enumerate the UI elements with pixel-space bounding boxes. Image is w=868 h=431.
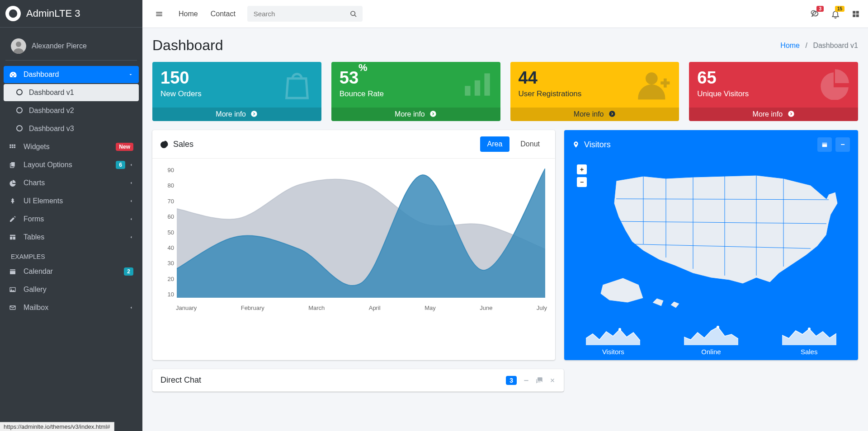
tab-area[interactable]: Area: [480, 136, 510, 152]
nav-layout[interactable]: Layout Options 6: [4, 156, 139, 173]
chevron-down-icon: [128, 72, 133, 77]
calendar-icon: [9, 268, 19, 275]
bell-button[interactable]: 15: [831, 9, 840, 19]
collapse-button[interactable]: [523, 377, 529, 384]
small-box-orders: 150 New Orders More info: [152, 62, 321, 121]
svg-rect-26: [474, 80, 480, 96]
nav-label: UI Elements: [24, 197, 63, 205]
circle-icon: [14, 89, 24, 97]
more-info-link[interactable]: More info: [331, 108, 500, 121]
grid-button[interactable]: [852, 10, 860, 18]
sidebar: AdminLTE 3 Alexander Pierce Dashboard: [0, 0, 142, 431]
calendar-button[interactable]: [817, 137, 832, 152]
arrow-circle-icon: [250, 110, 258, 118]
arrow-circle-icon: [429, 110, 437, 118]
nav-label: Tables: [24, 233, 44, 241]
nav-tables[interactable]: Tables: [4, 229, 139, 246]
circle-icon: [14, 125, 24, 133]
nav-label: Mailbox: [24, 304, 48, 312]
collapse-button[interactable]: −: [835, 137, 850, 152]
svg-rect-6: [12, 145, 13, 146]
nav-mailbox[interactable]: Mailbox: [4, 299, 139, 316]
chevron-left-icon: [129, 217, 133, 221]
tachometer-icon: [9, 70, 19, 79]
svg-point-29: [646, 72, 658, 84]
brand-link[interactable]: AdminLTE 3: [0, 0, 142, 28]
tree-icon: [9, 197, 19, 205]
pie-chart-icon: [9, 179, 19, 187]
status-bar-url: https://adminlte.io/themes/v3/index.html…: [0, 422, 114, 431]
visitors-card: Visitors − + −: [564, 130, 858, 360]
search-wrap: [247, 6, 363, 22]
svg-point-33: [618, 328, 621, 331]
svg-rect-25: [465, 86, 470, 96]
user-name[interactable]: Alexander Pierce: [32, 42, 87, 50]
chevron-left-icon: [129, 305, 133, 310]
badge-new: New: [116, 143, 133, 151]
small-box-reg: 44 User Registrations More info: [510, 62, 679, 121]
breadcrumb-sep: /: [805, 42, 807, 49]
breadcrumb-current: Dashboard v1: [813, 42, 858, 49]
spark-label: Online: [684, 348, 738, 356]
page-title: Dashboard: [152, 37, 223, 54]
svg-point-30: [609, 111, 615, 117]
svg-rect-20: [853, 11, 855, 14]
card-title-text: Direct Chat: [160, 375, 201, 385]
comments-button[interactable]: 3: [810, 9, 819, 19]
image-icon: [9, 286, 19, 293]
svg-rect-22: [853, 14, 855, 17]
badge-count: 6: [116, 161, 125, 169]
nav-label: Dashboard v1: [29, 89, 74, 97]
menu-toggle-icon[interactable]: [151, 7, 168, 21]
sparklines-row: Visitors Online Sales: [564, 316, 858, 360]
search-icon[interactable]: [350, 10, 357, 18]
nav-label: Charts: [24, 179, 45, 187]
nav-label: Layout Options: [24, 161, 72, 169]
breadcrumb-home[interactable]: Home: [780, 42, 800, 49]
bar-chart-icon: [461, 66, 494, 100]
search-input[interactable]: [247, 6, 363, 22]
zoom-in-button[interactable]: +: [577, 164, 587, 174]
nav-dashboard-v3[interactable]: Dashboard v3: [4, 120, 139, 137]
nav-calendar[interactable]: Calendar 2: [4, 263, 139, 280]
svg-rect-21: [856, 11, 859, 14]
svg-rect-27: [484, 73, 490, 95]
usa-map[interactable]: [572, 163, 850, 316]
chevron-left-icon: [129, 199, 133, 203]
edit-icon: [9, 216, 19, 223]
comments-icon[interactable]: [536, 377, 543, 384]
nav-charts[interactable]: Charts: [4, 174, 139, 192]
circle-icon: [14, 107, 24, 115]
spark-online: Online: [684, 323, 738, 356]
topnav-home[interactable]: Home: [179, 10, 198, 18]
more-info-link[interactable]: More info: [152, 108, 321, 121]
more-info-link[interactable]: More info: [510, 108, 679, 121]
nav-ui[interactable]: UI Elements: [4, 192, 139, 210]
main: Home Contact 3 15: [142, 0, 868, 431]
more-info-link[interactable]: More info: [689, 108, 858, 121]
tab-donut[interactable]: Donut: [513, 136, 547, 152]
topnav-contact[interactable]: Contact: [211, 10, 236, 18]
nav-dashboard[interactable]: Dashboard: [4, 66, 139, 83]
nav-forms[interactable]: Forms: [4, 211, 139, 228]
nav-widgets[interactable]: Widgets New: [4, 138, 139, 155]
comments-badge: 3: [816, 6, 824, 12]
svg-point-24: [251, 111, 257, 117]
nav-label: Dashboard v3: [29, 125, 74, 133]
envelope-icon: [9, 304, 19, 311]
nav: Dashboard Dashboard v1 Dashboard v2 Dash…: [0, 66, 142, 317]
table-icon: [9, 234, 19, 241]
close-button[interactable]: [549, 377, 556, 384]
chevron-left-icon: [129, 235, 133, 239]
nav-label: Dashboard v2: [29, 107, 74, 115]
nav-dashboard-v2[interactable]: Dashboard v2: [4, 102, 139, 119]
nav-gallery[interactable]: Gallery: [4, 281, 139, 298]
bell-badge: 15: [835, 6, 844, 12]
user-avatar[interactable]: [11, 38, 26, 54]
spark-label: Sales: [782, 348, 836, 356]
th-icon: [9, 143, 19, 150]
nav-label: Calendar: [24, 267, 53, 276]
zoom-out-button[interactable]: −: [577, 177, 587, 187]
nav-dashboard-v1[interactable]: Dashboard v1: [4, 84, 139, 101]
brand-logo: [5, 6, 21, 21]
